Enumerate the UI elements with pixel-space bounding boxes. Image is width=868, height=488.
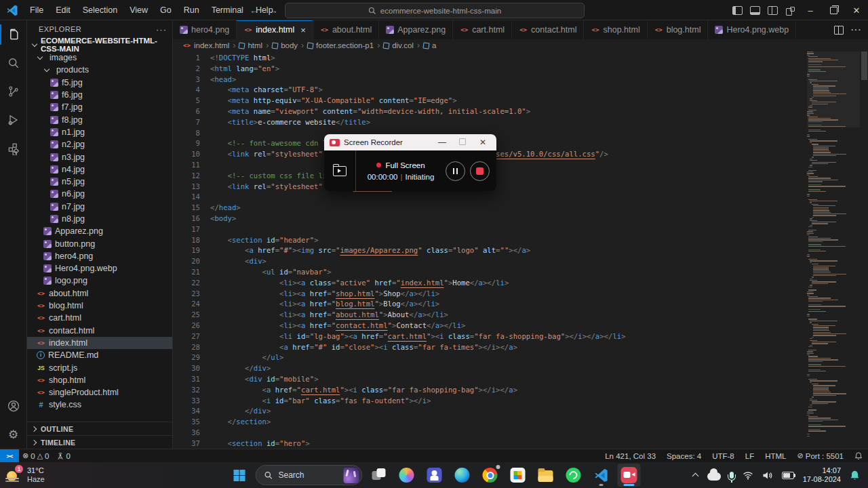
file-button.png[interactable]: button.png: [27, 237, 172, 249]
code-line-24[interactable]: 24 <li><a href="blog.html">Blog</a></li>: [173, 299, 800, 310]
taskbar-search[interactable]: Search: [256, 465, 363, 485]
screen-recorder-button[interactable]: [618, 464, 641, 487]
close-tab-icon[interactable]: ×: [300, 25, 306, 35]
editor-scrollbar[interactable]: [861, 52, 867, 449]
code-line-30[interactable]: 30 </div>: [173, 363, 800, 374]
cursor-position[interactable]: Ln 421, Col 33: [599, 452, 661, 460]
screen-recorder-titlebar[interactable]: Screen Recorder — ✕: [324, 134, 496, 150]
code-line-36[interactable]: 36: [173, 428, 800, 439]
code-line-25[interactable]: 25 <li><a href="about.html">About</a></l…: [173, 310, 800, 321]
file-cart.html[interactable]: cart.html: [27, 312, 172, 324]
hidden-icons-chevron[interactable]: [692, 472, 698, 479]
code-line-1[interactable]: 1<!DOCTYPE html>: [173, 53, 800, 64]
tab-blog.html[interactable]: blog.html: [648, 20, 709, 39]
code-line-16[interactable]: 16<body>: [173, 214, 800, 224]
extensions-icon[interactable]: [0, 134, 27, 163]
file-f6.jpg[interactable]: f6.jpg: [27, 89, 172, 101]
file-n2.jpg[interactable]: n2.jpg: [27, 138, 172, 150]
file-singleProduct.html[interactable]: singleProduct.html: [27, 386, 172, 399]
problems-status[interactable]: ⊗0 △0: [19, 449, 53, 462]
menu-run[interactable]: Run: [178, 0, 205, 20]
file-about.html[interactable]: about.html: [27, 287, 172, 300]
command-center-search[interactable]: ecommerce-website-html-css-main: [285, 3, 585, 18]
code-line-34[interactable]: 34 </div>: [173, 406, 800, 417]
workspace-root-folder[interactable]: ECOMMERCE-WEBSITE-HTML-CSS-MAIN: [27, 38, 172, 52]
microsoft-store-button[interactable]: [507, 464, 530, 487]
file-n6.jpg[interactable]: n6.jpg: [27, 188, 172, 200]
menu-go[interactable]: Go: [154, 0, 178, 20]
code-line-33[interactable]: 33 <i id="bar" class="fas fa-outdent"></…: [173, 396, 800, 407]
remote-indicator[interactable]: ><: [0, 449, 19, 462]
explorer-icon[interactable]: [0, 20, 27, 49]
language-mode[interactable]: HTML: [760, 452, 791, 460]
file-images[interactable]: images: [27, 52, 172, 64]
file-README.md[interactable]: README.md: [27, 349, 172, 361]
taskbar-clock[interactable]: 14:07 17-08-2024: [803, 466, 841, 484]
recorder-minimize-button[interactable]: —: [434, 138, 450, 147]
volume-icon[interactable]: [762, 471, 773, 480]
tab-hero4.png[interactable]: hero4.png: [173, 20, 237, 39]
menu-terminal[interactable]: Terminal: [205, 0, 250, 20]
teams-button[interactable]: [423, 464, 446, 487]
tab-index.html[interactable]: index.html×: [237, 20, 313, 39]
code-editor[interactable]: 1<!DOCTYPE html>2<html lang="en">3<head>…: [173, 52, 868, 449]
edge-button[interactable]: [451, 464, 474, 487]
live-server-port[interactable]: ⊘ Port : 5501: [792, 451, 849, 460]
file-index.html[interactable]: index.html: [27, 337, 172, 349]
code-line-31[interactable]: 31 <div id="mobile">: [173, 374, 800, 385]
code-line-28[interactable]: 28 <a href="#" id="close"><i class="far …: [173, 342, 800, 353]
task-view-button[interactable]: [368, 464, 391, 487]
customize-layout-icon[interactable]: [781, 0, 799, 20]
menu-view[interactable]: View: [123, 0, 154, 20]
code-line-4[interactable]: 4 <meta charset="UTF-8">: [173, 85, 800, 96]
tab-about.html[interactable]: about.html: [313, 20, 379, 39]
explorer-actions-icon[interactable]: ···: [156, 24, 167, 35]
ports-status[interactable]: 0: [53, 449, 74, 462]
code-line-37[interactable]: 37 <section id="hero">: [173, 439, 800, 449]
timeline-section[interactable]: TIMELINE: [27, 435, 172, 449]
code-line-20[interactable]: 20 <div>: [173, 256, 800, 267]
chrome-button[interactable]: [479, 464, 502, 487]
code-line-27[interactable]: 27 <li id="lg-bag"><a href="cart.html"><…: [173, 331, 800, 342]
microphone-icon[interactable]: [730, 472, 734, 479]
battery-icon[interactable]: [782, 472, 794, 479]
file-shop.html[interactable]: shop.html: [27, 374, 172, 386]
tab-shop.html[interactable]: shop.html: [584, 20, 647, 39]
file-n1.jpg[interactable]: n1.jpg: [27, 126, 172, 138]
account-icon[interactable]: [0, 392, 27, 420]
settings-gear-icon[interactable]: ⚙: [0, 420, 27, 449]
file-f8.jpg[interactable]: f8.jpg: [27, 113, 172, 125]
file-f5.jpg[interactable]: f5.jpg: [27, 77, 172, 89]
file-n7.jpg[interactable]: n7.jpg: [27, 201, 172, 213]
code-line-15[interactable]: 15</head>: [173, 203, 800, 214]
menu-selection[interactable]: Selection: [77, 0, 123, 20]
outline-section[interactable]: OUTLINE: [27, 422, 172, 435]
file-explorer-button[interactable]: [534, 464, 557, 487]
tab-contact.html[interactable]: contact.html: [512, 20, 584, 39]
file-logo.png[interactable]: logo.png: [27, 274, 172, 287]
breadcrumb-body[interactable]: body: [272, 41, 298, 49]
file-blog.html[interactable]: blog.html: [27, 300, 172, 312]
code-line-7[interactable]: 7 <title>e-commerce website</title>: [173, 117, 800, 128]
code-line-35[interactable]: 35 </section>: [173, 417, 800, 428]
search-icon[interactable]: [0, 49, 27, 77]
breadcrumb-footer.section-p1[interactable]: footer.section-p1: [307, 41, 374, 49]
weather-widget[interactable]: 1 31°C Haze: [5, 466, 45, 484]
file-style.css[interactable]: style.css: [27, 399, 172, 411]
minimap[interactable]: [807, 52, 860, 449]
stop-recording-button[interactable]: [470, 161, 490, 181]
code-line-19[interactable]: 19 <a href="#"><img src="images/Apparez.…: [173, 245, 800, 256]
file-hero4.png[interactable]: hero4.png: [27, 250, 172, 262]
code-line-26[interactable]: 26 <li><a href="contact.html">Contact</a…: [173, 321, 800, 331]
more-actions-icon[interactable]: ···: [850, 24, 861, 36]
code-line-6[interactable]: 6 <meta name="viewport" content="width=d…: [173, 106, 800, 117]
breadcrumb-a[interactable]: a: [423, 41, 436, 49]
breadcrumb-index.html[interactable]: index.html: [182, 41, 229, 50]
notifications-bell-icon[interactable]: [849, 452, 868, 460]
notification-bell-icon[interactable]: [850, 470, 860, 481]
code-line-18[interactable]: 18 <section id="header">: [173, 235, 800, 246]
file-contact.html[interactable]: contact.html: [27, 325, 172, 337]
code-line-5[interactable]: 5 <meta http-equiv="X-UA-Compatible" con…: [173, 96, 800, 106]
tab-Hero4.png.webp[interactable]: Hero4.png.webp: [708, 20, 796, 39]
back-arrow-icon[interactable]: ←: [250, 5, 259, 16]
